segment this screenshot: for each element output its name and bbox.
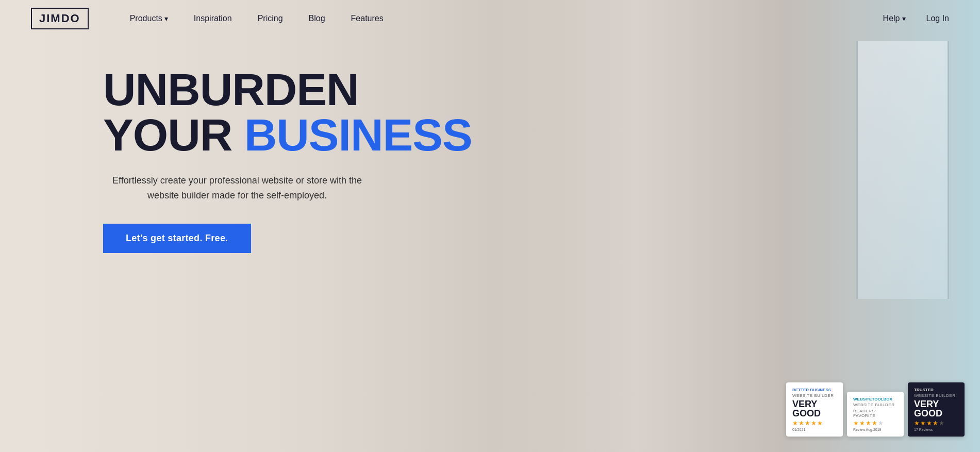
- products-chevron-icon: ▾: [164, 14, 168, 23]
- nav-features[interactable]: Features: [351, 14, 384, 23]
- nav-right: Help ▾ Log In: [883, 14, 949, 23]
- wt-star-2: ★: [859, 420, 865, 427]
- badge-wt-review: Review Aug.2019: [853, 428, 898, 431]
- nav-inspiration[interactable]: Inspiration: [194, 14, 232, 23]
- tr-star-3: ★: [926, 420, 932, 427]
- tr-star-1: ★: [914, 420, 920, 427]
- nav-blog[interactable]: Blog: [309, 14, 325, 23]
- badge-wt-sub-label: READERS' FAVORITE: [853, 409, 898, 418]
- star-3: ★: [805, 420, 810, 427]
- badge-trusted-review: 17 Reviews: [914, 428, 958, 431]
- hero-title-business: BUSINESS: [244, 109, 472, 160]
- badge-better-business: better Business WEBSITE BUILDER VERY GOO…: [786, 382, 843, 437]
- wt-star-5: ★: [878, 420, 884, 427]
- badge-trusted-rating: VERY GOOD: [914, 399, 958, 418]
- wt-star-4: ★: [872, 420, 877, 427]
- nav-pricing[interactable]: Pricing: [258, 14, 283, 23]
- navbar: JIMDO Products ▾ Inspiration Pricing Blo…: [0, 0, 980, 37]
- hero-title-line2: YOUR BUSINESS: [103, 112, 472, 158]
- nav-links: Products ▾ Inspiration Pricing Blog Feat…: [130, 14, 883, 23]
- badge-trusted-top-label: trusted: [914, 388, 958, 392]
- badge-trusted-stars: ★ ★ ★ ★ ★: [914, 420, 958, 427]
- badge-bb-rating: VERY GOOD: [792, 399, 837, 418]
- badge-bb-review: 01/2021: [792, 428, 837, 431]
- help-chevron-icon: ▾: [902, 14, 906, 23]
- star-1: ★: [792, 420, 798, 427]
- wt-star-1: ★: [853, 420, 859, 427]
- hero-content: UNBURDEN YOUR BUSINESS Effortlessly crea…: [103, 67, 472, 253]
- nav-help[interactable]: Help ▾: [883, 14, 906, 23]
- logo[interactable]: JIMDO: [31, 8, 89, 29]
- star-4: ★: [811, 420, 817, 427]
- badge-bb-stars: ★ ★ ★ ★ ★: [792, 420, 837, 427]
- badges-container: better Business WEBSITE BUILDER VERY GOO…: [786, 382, 965, 437]
- star-2: ★: [799, 420, 804, 427]
- logo-text: JIMDO: [39, 12, 80, 25]
- badge-wt-main-label: WEBSITE BUILDER: [853, 403, 898, 407]
- badge-website-toolbox: WebsiteToolbox WEBSITE BUILDER READERS' …: [847, 392, 904, 437]
- badge-trusted-main-label: WEBSITE BUILDER: [914, 393, 958, 398]
- badge-trusted: trusted WEBSITE BUILDER VERY GOOD ★ ★ ★ …: [908, 382, 965, 437]
- badge-wt-top-label: WebsiteToolbox: [853, 397, 898, 401]
- badge-bb-top-label: better Business: [792, 388, 837, 392]
- nav-login[interactable]: Log In: [926, 14, 949, 23]
- hero-subtitle: Effortlessly create your professional we…: [103, 173, 371, 203]
- nav-products[interactable]: Products ▾: [130, 14, 168, 23]
- badge-bb-main-label: WEBSITE BUILDER: [792, 393, 837, 398]
- hero-title-line1: UNBURDEN: [103, 67, 472, 112]
- tr-star-5: ★: [939, 420, 944, 427]
- hero-title: UNBURDEN YOUR BUSINESS: [103, 67, 472, 158]
- tr-star-4: ★: [933, 420, 938, 427]
- wt-star-3: ★: [866, 420, 871, 427]
- cta-button[interactable]: Let's get started. Free.: [103, 224, 251, 253]
- badge-wt-stars: ★ ★ ★ ★ ★: [853, 420, 898, 427]
- star-5: ★: [817, 420, 823, 427]
- tr-star-2: ★: [920, 420, 926, 427]
- hero-title-your: YOUR: [103, 109, 232, 160]
